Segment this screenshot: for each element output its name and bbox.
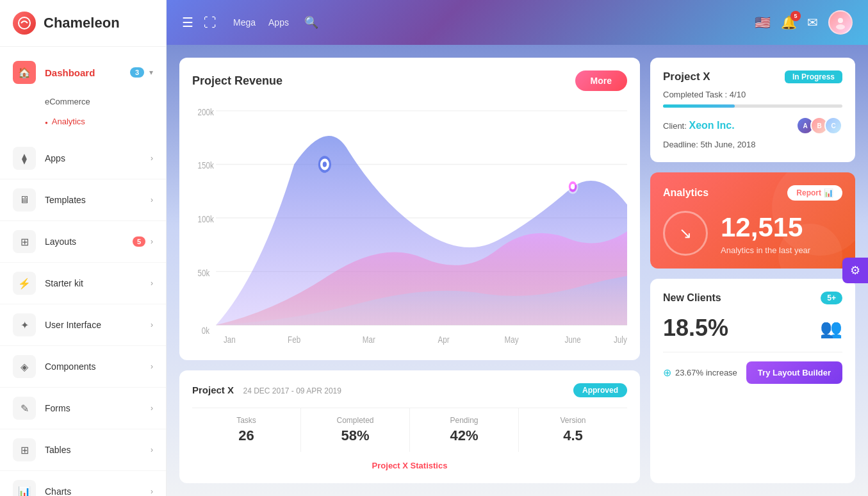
sidebar-item-starter-kit-label: Starter kit [45, 278, 151, 288]
analytics-numbers: 12,515 Analytics in the last year [721, 212, 810, 255]
svg-text:Jan: Jan [224, 335, 236, 345]
chart-header: Project Revenue More [192, 70, 627, 91]
chevron-icon: › [151, 445, 153, 454]
sidebar-item-charts-label: Charts [45, 486, 151, 496]
svg-text:Mar: Mar [363, 335, 375, 345]
analytics-title: Analytics [663, 187, 708, 199]
deadline-text: Deadline: 5th June, 2018 [663, 140, 842, 149]
team-avatar-3: C [824, 117, 842, 135]
left-panel: Project Revenue More 200k 150k 100k 50k … [179, 58, 640, 483]
analytics-circle: ↘ [663, 211, 708, 256]
content-area: Project Revenue More 200k 150k 100k 50k … [167, 45, 868, 496]
client-info: Client: Xeon Inc. [663, 120, 735, 131]
chart-area: 200k 150k 100k 50k 0k [192, 97, 627, 347]
tables-icon: ⊞ [13, 438, 36, 461]
components-icon: ◈ [13, 355, 36, 378]
trend-down-icon: ↘ [679, 224, 692, 242]
sidebar-logo: Chameleon [0, 0, 166, 47]
sidebar-item-analytics[interactable]: Analytics [45, 112, 166, 131]
topnav-apps-link[interactable]: Apps [268, 17, 289, 28]
sidebar-item-starter-kit[interactable]: ⚡ Starter kit › [0, 263, 166, 304]
logo-text: Chameleon [44, 15, 120, 31]
expand-icon[interactable]: ⛶ [204, 15, 217, 30]
svg-text:May: May [505, 335, 519, 345]
svg-text:100k: 100k [197, 213, 213, 224]
svg-text:July: July [614, 335, 627, 345]
svg-point-2 [836, 24, 845, 29]
client-row: Client: Xeon Inc. A B C [663, 117, 842, 135]
svg-text:Apr: Apr [438, 335, 450, 345]
notifications-bell[interactable]: 🔔 5 [781, 15, 797, 30]
settings-gear[interactable]: ⚙ [842, 258, 868, 283]
mail-icon[interactable]: ✉ [807, 15, 818, 30]
increase-text: ⊕ 23.67% increase [663, 367, 737, 379]
analytics-card: Analytics Report 📊 ↘ 12,515 Analytics in… [650, 172, 855, 269]
project-x-link[interactable]: Project X [372, 461, 408, 470]
sidebar-item-user-interface[interactable]: ✦ User Interface › [0, 304, 166, 346]
analytics-number: 12,515 [721, 212, 810, 243]
project-stats-header: Project X 24 DEC 2017 - 09 APR 2019 Appr… [192, 383, 627, 397]
sidebar-item-ecommerce[interactable]: eCommerce [45, 92, 166, 112]
progress-fill [663, 104, 735, 108]
user-interface-icon: ✦ [13, 313, 36, 336]
user-avatar[interactable] [828, 10, 853, 35]
sidebar-item-dashboard[interactable]: 🏠 Dashboard 3 ▾ [0, 53, 166, 92]
sidebar-item-tables[interactable]: ⊞ Tables › [0, 429, 166, 471]
clients-footer: ⊕ 23.67% increase Try Layout Builder [663, 352, 842, 384]
report-button[interactable]: Report 📊 [787, 185, 842, 201]
hamburger-icon[interactable]: ☰ [182, 15, 193, 30]
layouts-icon: ⊞ [13, 230, 36, 253]
analytics-header: Analytics Report 📊 [663, 185, 842, 201]
revenue-chart: 200k 150k 100k 50k 0k [192, 97, 627, 347]
project-title-wrap: Project X 24 DEC 2017 - 09 APR 2019 [192, 384, 341, 396]
increase-icon: ⊕ [663, 367, 671, 379]
right-panel: Project X In Progress Completed Task : 4… [650, 58, 855, 483]
sidebar-item-apps[interactable]: ⧫ Apps › [0, 138, 166, 179]
analytics-subtitle: Analytics in the last year [721, 245, 810, 255]
stat-version-value: 4.5 [524, 427, 622, 444]
chevron-icon: › [151, 195, 153, 204]
clients-body: 18.5% 👥 [663, 315, 842, 342]
clients-header: New Clients 5+ [663, 292, 842, 304]
chevron-icon: › [151, 320, 153, 329]
progress-bar [663, 104, 842, 108]
sidebar-item-templates-label: Templates [45, 195, 151, 205]
sidebar-item-layouts[interactable]: ⊞ Layouts 5 › [0, 221, 166, 263]
project-date-range: 24 DEC 2017 - 09 APR 2019 [243, 386, 341, 395]
analytics-body: ↘ 12,515 Analytics in the last year [663, 211, 842, 256]
completed-text: Completed Task : 4/10 [663, 90, 842, 99]
clients-title: New Clients [663, 292, 721, 304]
svg-text:June: June [564, 335, 580, 345]
chevron-icon: › [151, 154, 153, 163]
try-layout-builder-button[interactable]: Try Layout Builder [746, 361, 842, 384]
more-button[interactable]: More [575, 70, 627, 91]
svg-text:0k: 0k [202, 326, 209, 336]
dashboard-section: 🏠 Dashboard 3 ▾ eCommerce Analytics [0, 47, 166, 138]
stat-tasks-value: 26 [197, 427, 295, 444]
logo-icon [13, 12, 36, 35]
search-icon[interactable]: 🔍 [304, 15, 318, 29]
sidebar-item-tables-label: Tables [45, 445, 151, 455]
sidebar-item-templates[interactable]: 🖥 Templates › [0, 179, 166, 221]
dashboard-icon: 🏠 [13, 61, 36, 84]
svg-point-1 [838, 18, 843, 23]
apps-icon: ⧫ [13, 147, 36, 170]
increase-value: 23.67% increase [675, 368, 737, 377]
client-label: Client: [663, 121, 689, 131]
stat-tasks: Tasks 26 [192, 408, 301, 452]
top-navigation: ☰ ⛶ Mega Apps 🔍 🇺🇸 🔔 5 ✉ [167, 0, 868, 45]
team-avatars: A B C [800, 117, 842, 135]
chevron-down-icon: ▾ [149, 68, 153, 77]
sidebar-item-forms-label: Forms [45, 403, 151, 413]
sidebar-item-charts[interactable]: 📊 Charts › [0, 471, 166, 496]
stat-completed-label: Completed [306, 416, 404, 425]
clients-card: New Clients 5+ 18.5% 👥 ⊕ 23.67% increase… [650, 279, 855, 483]
sidebar-item-components[interactable]: ◈ Components › [0, 346, 166, 388]
chevron-icon: › [151, 237, 153, 246]
flag-icon[interactable]: 🇺🇸 [755, 15, 771, 30]
svg-text:Feb: Feb [288, 335, 300, 345]
topnav-mega-link[interactable]: Mega [233, 17, 256, 28]
sidebar-item-forms[interactable]: ✎ Forms › [0, 388, 166, 429]
charts-icon: 📊 [13, 480, 36, 496]
topnav-left: ☰ ⛶ Mega Apps 🔍 [182, 15, 318, 30]
